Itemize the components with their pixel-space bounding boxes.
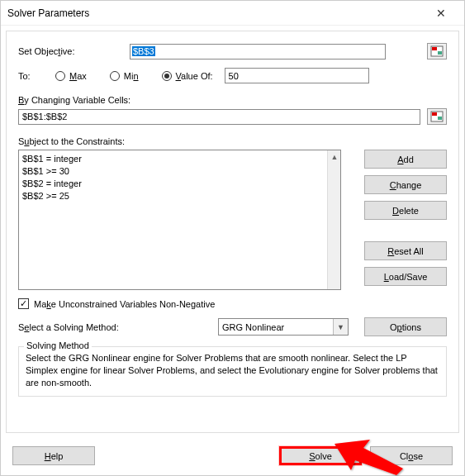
range-picker-icon [430, 45, 444, 57]
svg-rect-1 [432, 47, 437, 50]
load-save-button[interactable]: Load/Save [364, 267, 447, 286]
close-button[interactable]: ✕ [425, 2, 458, 25]
svg-rect-2 [438, 51, 442, 55]
to-label: To: [18, 71, 55, 81]
changing-cells-label: By Changing Variable Cells: [18, 95, 447, 105]
constraints-area: $B$1 = integer $B$1 >= 30 $B$2 = integer… [18, 150, 447, 290]
options-button[interactable]: Options [364, 317, 447, 336]
svg-rect-4 [432, 112, 437, 116]
description-text: Select the GRG Nonlinear engine for Solv… [26, 352, 439, 389]
main-panel: Set Objective: $B$3 To: Max Min Value Of… [6, 31, 459, 433]
solver-parameters-dialog: Solver Parameters ✕ Set Objective: $B$3 … [0, 0, 465, 476]
radio-value-of[interactable]: Value Of: [162, 71, 213, 81]
solving-method-description-box: Solving Method Select the GRG Nonlinear … [18, 346, 447, 397]
radio-min[interactable]: Min [110, 71, 139, 81]
dialog-footer: Help Solve Close [1, 438, 464, 475]
change-button[interactable]: Change [364, 175, 447, 194]
add-button[interactable]: Add [364, 150, 447, 169]
constraint-item[interactable]: $B$1 >= 30 [22, 165, 337, 178]
close-button-footer[interactable]: Close [370, 446, 453, 465]
dialog-title: Solver Parameters [7, 7, 425, 19]
constraints-listbox[interactable]: $B$1 = integer $B$1 >= 30 $B$2 = integer… [18, 150, 341, 290]
radio-circle-icon [162, 71, 172, 81]
solving-method-dropdown[interactable]: GRG Nonlinear ▼ [218, 318, 349, 336]
radio-circle-icon [110, 71, 120, 81]
solving-method-row: Select a Solving Method: GRG Nonlinear ▼… [18, 317, 447, 336]
svg-rect-5 [438, 117, 442, 120]
check-icon: ✓ [20, 299, 27, 308]
constraints-label: Subject to the Constraints: [18, 136, 447, 146]
radio-min-label: Min [124, 71, 139, 81]
radio-circle-icon [55, 71, 65, 81]
nonnegative-row: ✓ Make Unconstrained Variables Non-Negat… [18, 298, 447, 309]
scrollbar[interactable]: ▲ [327, 150, 340, 289]
solving-method-value: GRG Nonlinear [222, 322, 284, 332]
constraint-item[interactable]: $B$2 = integer [22, 178, 337, 190]
constraint-item[interactable]: $B$2 >= 25 [22, 190, 337, 202]
nonnegative-label: Make Unconstrained Variables Non-Negativ… [34, 299, 215, 309]
objective-input[interactable]: $B$3 [130, 44, 386, 60]
changing-cells-input[interactable] [18, 109, 420, 125]
titlebar: Solver Parameters ✕ [1, 1, 464, 26]
reset-all-button[interactable]: Reset All [364, 241, 447, 260]
radio-valueof-label: Value Of: [176, 71, 213, 81]
set-objective-label: Set Objective: [18, 46, 130, 56]
help-button[interactable]: Help [12, 446, 95, 465]
changing-cells-row [18, 108, 447, 125]
objective-range-picker-button[interactable] [427, 43, 447, 60]
description-title: Solving Method [24, 340, 92, 350]
solve-button[interactable]: Solve [279, 446, 362, 465]
objective-row: Set Objective: $B$3 [18, 43, 447, 60]
radio-max-label: Max [69, 71, 87, 81]
constraint-item[interactable]: $B$1 = integer [22, 153, 337, 165]
objective-value: $B$3 [132, 46, 155, 56]
range-picker-icon [430, 111, 444, 122]
scroll-up-icon: ▲ [328, 150, 341, 164]
value-of-input[interactable] [225, 68, 369, 83]
delete-button[interactable]: Delete [364, 201, 447, 220]
to-row: To: Max Min Value Of: [18, 68, 447, 83]
changing-cells-range-picker-button[interactable] [427, 108, 447, 125]
radio-max[interactable]: Max [55, 71, 87, 81]
chevron-down-icon: ▼ [333, 319, 348, 335]
close-icon: ✕ [436, 7, 446, 20]
solving-method-label: Select a Solving Method: [18, 322, 208, 332]
nonnegative-checkbox[interactable]: ✓ [18, 298, 29, 309]
constraint-buttons: Add Change Delete Reset All Load/Save [364, 150, 447, 290]
